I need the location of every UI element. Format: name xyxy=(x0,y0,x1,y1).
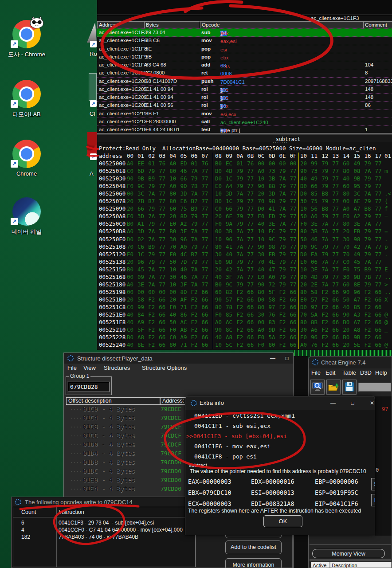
partial-desktop-icon-frame[interactable] xyxy=(89,73,97,101)
hex-row[interactable]: 005251E040 84 F2 66 40 86 F2 66F0 85 F2 … xyxy=(97,311,392,319)
hex-row[interactable]: 00525000A0 EE 01 76 A0 ED 01 76B0 EC 01 … xyxy=(97,160,392,168)
group1-box: Group 1 079CDB28 xyxy=(66,376,112,395)
save-table-button[interactable] xyxy=(342,380,357,395)
hex-row[interactable]: 005250A8E0 3D 7A 77 20 8D 79 7720 6E 79 … xyxy=(97,213,392,220)
menu-item-view[interactable]: View xyxy=(83,364,96,371)
menu-item-edit[interactable]: Edit xyxy=(325,369,335,376)
menu-item-table[interactable]: Table xyxy=(342,369,356,376)
hex-row[interactable]: 005251F840 A9 F2 66 50 AC F2 66A0 AC F2 … xyxy=(97,319,392,326)
menu-item-file[interactable]: File xyxy=(67,364,77,371)
hex-row[interactable]: 005251C8C0 99 F2 66 F0 71 F2 6680 78 F2 … xyxy=(97,304,392,311)
hex-row[interactable]: 0052506000 3C 7A 77 80 3D 7A 7710 3D 7A … xyxy=(97,190,392,198)
select-process-button[interactable] xyxy=(310,380,325,395)
opcode-row[interactable]: 40041CCF0 - C7 41 04 64000000 - mov [ecx… xyxy=(13,526,195,533)
column-header-bytes[interactable]: Bytes xyxy=(144,21,200,28)
minimize-button[interactable] xyxy=(329,399,337,407)
add-to-codelist-button[interactable]: Add to the codelist xyxy=(225,541,282,554)
hex-row[interactable]: 00525150B0 45 7A 77 10 40 7A 7720 42 7A … xyxy=(97,266,392,274)
hex-bytes-group: 10 3D 7A 77 20 3D 7A 77 xyxy=(215,190,297,197)
shortcut-arrow-icon xyxy=(11,100,18,108)
window-title-bar[interactable]: Structure dissect:Player_data xyxy=(64,353,293,364)
hex-bytes-group: 70 C6 B9 77 70 A0 79 77 xyxy=(127,243,208,250)
hex-row[interactable]: 00525210C0 5F F2 66 F0 AB F2 6690 8C F2 … xyxy=(97,326,392,334)
column-header-instruction[interactable]: Instruction xyxy=(59,509,84,515)
hex-row[interactable]: 005251B020 58 F2 66 20 AF F2 6690 57 F2 … xyxy=(97,296,392,304)
disasm-row[interactable]: ac_client.exe+1C20DC1 41 00 56rol[ecx+00… xyxy=(97,101,392,110)
hex-row[interactable]: 0052509020 66 79 77 60 75 B9 77C0 66 79 … xyxy=(97,205,392,213)
open-table-button[interactable] xyxy=(326,380,341,395)
desktop-icon-whale[interactable]: 네이버 웨일 xyxy=(4,197,50,236)
maximize-button[interactable] xyxy=(283,355,291,362)
disasm-row[interactable]: ac_client.exe+1C20068 C141007Dpush7D0041… xyxy=(97,77,392,86)
opcode-row[interactable]: 60041C1F3 - 29 73 04 - sub [ebx+04],esi xyxy=(13,519,195,526)
hex-row[interactable]: 00525120E0 1C 79 77 F0 4C B7 7730 40 7A … xyxy=(97,251,392,259)
more-information-button[interactable]: More information xyxy=(225,558,282,568)
hex-row[interactable]: 0052510870 C6 B9 77 70 A0 79 7780 41 7A … xyxy=(97,243,392,251)
hex-row[interactable]: 00525048F0 9C 79 77 A0 9D 7B 77E0 A4 79 … xyxy=(97,183,392,190)
instruction-line[interactable]: 0041C1F8 - pop esi xyxy=(194,453,257,460)
disasm-row[interactable]: ac_client.exe+1C1F95Bpopebx xyxy=(97,53,392,61)
hex-row[interactable]: 0052524040 8E F2 66 80 71 F2 6610 5C F2 … xyxy=(97,341,392,349)
instruction-line[interactable]: 0041C1F1 - sub esi,ecx xyxy=(194,423,270,429)
hex-bytes-group: 80 3B 7A 77 20 EB 79 77 xyxy=(300,228,382,235)
column-header-count[interactable]: Count xyxy=(21,509,36,515)
list-header-description[interactable]: Description xyxy=(330,562,392,568)
current-instruction-line[interactable]: >>0041C1F3 - sub [ebx+04],esi xyxy=(186,433,287,439)
hex-row[interactable]: 00525018C0 6D 79 77 80 46 7A 77B0 4D 79 … xyxy=(97,168,392,175)
memory-view-button[interactable]: Memory View xyxy=(312,549,385,558)
partial-desktop-icon-triangle[interactable] xyxy=(87,22,97,43)
instruction-line[interactable]: 0041C1F6 - mov eax,esi xyxy=(194,443,270,450)
disasm-row[interactable]: ac_client.exe+1C1FDC2 0800ret00088 xyxy=(97,69,392,77)
desktop-icon-chrome[interactable]: Chrome xyxy=(4,140,50,177)
stack-view-button[interactable]: S xyxy=(371,478,375,490)
column-header-comment[interactable]: Comment xyxy=(363,21,392,28)
hex-row[interactable]: 0052507820 7B B7 77 80 E6 B7 77B0 1C 79 … xyxy=(97,198,392,205)
menu-item-d3d[interactable]: D3D xyxy=(360,369,372,376)
menu-item-file[interactable]: File xyxy=(311,369,321,376)
float-view-button[interactable]: F xyxy=(371,494,375,506)
column-header-opcode[interactable]: Opcode xyxy=(200,21,363,28)
column-header-offset[interactable]: Offset-description xyxy=(66,397,160,405)
disasm-row[interactable]: ac_client.exe+1C1F68B C6moveax,esi xyxy=(97,36,392,45)
group1-address-input[interactable]: 079CDB28 xyxy=(68,382,110,392)
menu-item-structure-options[interactable]: Structure Options xyxy=(142,364,187,371)
disasm-mnemonic: rol xyxy=(201,86,208,92)
close-button[interactable] xyxy=(368,399,375,407)
desktop-icon-chrome[interactable]: 도사 - Chrome xyxy=(4,20,50,59)
desktop-icon-chrome[interactable]: 다모아LAB xyxy=(4,80,50,118)
group1-label: Group 1 xyxy=(69,373,90,379)
disasm-row[interactable]: ac_client.exe+1C2118B F1movesi,ecx xyxy=(97,110,392,118)
hex-row[interactable]: 0052519800 00 00 00 00 8D F2 6660 82 F2 … xyxy=(97,289,392,296)
list-header-active[interactable]: Active xyxy=(311,562,330,568)
hex-row[interactable]: 0052516800 09 7A 77 30 46 7A 7740 3F 7A … xyxy=(97,274,392,281)
hex-row[interactable]: 00525180A0 3E 7A 77 10 3F 7A 77B0 9C 79 … xyxy=(97,281,392,289)
menu-item-structures[interactable]: Structures xyxy=(104,364,130,371)
disasm-row[interactable]: ac_client.exe+1C1FA83 C4 68addesp,68104 xyxy=(97,61,392,69)
disasm-mnemonic: test xyxy=(201,127,210,132)
disasm-row[interactable]: ac_client.exe+1C1F85Epopesi xyxy=(97,45,392,53)
disasm-row[interactable]: ac_client.exe+1C213E8 28000000callac_cli… xyxy=(97,118,392,126)
hex-address: 00525210 xyxy=(99,326,125,333)
hex-row[interactable]: 00525228B0 A8 F2 66 C0 A9 F2 6640 A8 F2 … xyxy=(97,334,392,341)
window-title-bar[interactable]: Cheat Engine 7.4 xyxy=(309,356,392,368)
opcode-count: 6 xyxy=(21,520,24,526)
splitter-grip-icon[interactable] xyxy=(273,140,288,145)
maximize-button[interactable] xyxy=(349,399,357,407)
hex-row[interactable]: 005250D8A0 3D 7A 77 B0 3F 7A 7700 3B 7A … xyxy=(97,228,392,235)
ok-button[interactable]: OK xyxy=(263,515,302,527)
disasm-row[interactable]: ac_client.exe+1C205C1 41 00 94rol[ecx+00… xyxy=(97,85,392,94)
structure-address: 79CDCF xyxy=(161,423,186,430)
hex-row[interactable]: 0052503090 9B B9 77 10 66 79 77D0 1C 79 … xyxy=(97,175,392,183)
hex-row[interactable]: 005250C0B0 A1 79 77 E0 A2 79 77F0 9A 79 … xyxy=(97,220,392,228)
hex-row[interactable]: 0052513820 96 79 77 50 7D 79 77E0 9D 79 … xyxy=(97,259,392,266)
disasm-row[interactable]: ac_client.exe+1C1F329 73 04sub[ebx+04],e… xyxy=(97,28,392,37)
instruction-line[interactable]: 0041C1ED - cvttss2si ecx,xmm1 xyxy=(194,412,295,419)
menu-item-help[interactable]: Help xyxy=(375,369,387,376)
disasm-row[interactable]: ac_client.exe+1C209C1 41 00 94rol[ecx+00… xyxy=(97,93,392,102)
column-header-address[interactable]: Address xyxy=(97,21,144,28)
minimize-button[interactable] xyxy=(269,355,277,362)
window-title-bar[interactable]: Extra info xyxy=(185,396,375,410)
hex-row[interactable]: 005250F0D0 02 7A 77 30 96 7A 7710 96 7A … xyxy=(97,236,392,243)
disasm-mnemonic: pop xyxy=(201,54,211,59)
opcode-row[interactable]: 18277BAB403 - 74 06 - je 77BAB40B xyxy=(13,533,195,541)
